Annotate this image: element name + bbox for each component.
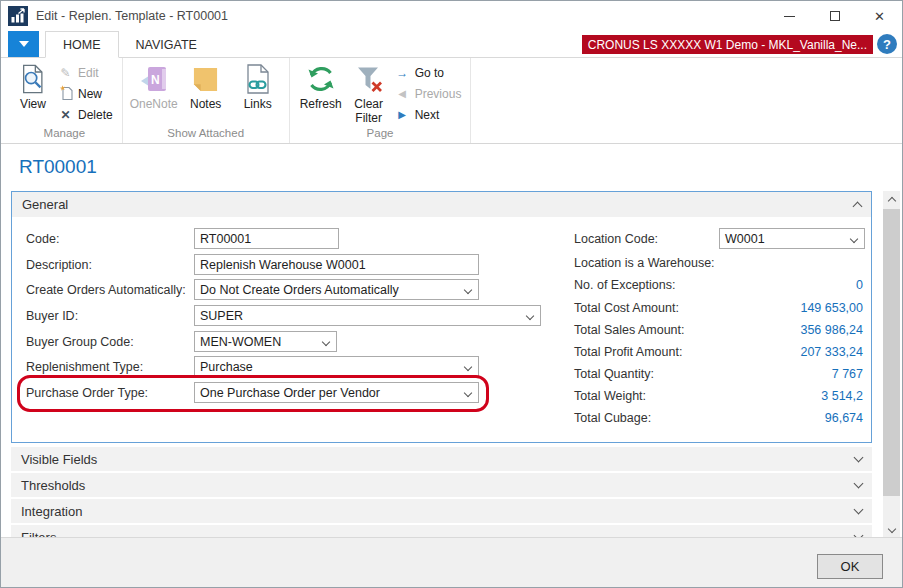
delete-button[interactable]: ✕ Delete [54,106,117,123]
general-header-label: General [22,197,68,212]
total-cost-label: Total Cost Amount: [574,301,679,315]
clear-filter-button[interactable]: Clear Filter [347,58,391,126]
warehouse-label: Location is a Warehouse: [574,256,715,270]
chevron-down-icon [322,338,330,346]
buyer-group-select[interactable]: MEN-WOMEN [194,331,337,352]
chevron-down-icon [464,363,472,371]
maximize-button[interactable] [812,1,857,31]
new-page-icon [58,85,73,102]
bottom-bar: OK [1,537,902,588]
arrow-right-icon: → [395,67,410,79]
delete-x-icon: ✕ [58,109,73,121]
app-menu-button[interactable] [8,31,39,57]
new-button[interactable]: New [54,85,117,102]
general-section-header[interactable]: General [12,192,871,217]
exceptions-value[interactable]: 0 [856,278,863,292]
exceptions-label: No. of Exceptions: [574,278,675,292]
total-weight-value[interactable]: 3 514,2 [821,389,863,403]
company-badge[interactable]: CRONUS LS XXXXX W1 Demo - MKL_Vanilla_Ne… [582,35,873,54]
total-quantity-label: Total Quantity: [574,367,654,381]
app-window: Edit - Replen. Template - RT00001 ✕ HOME… [0,0,903,588]
chevron-down-icon[interactable] [854,452,864,462]
code-input[interactable]: RT00001 [194,228,339,249]
question-icon: ? [883,37,891,52]
purchase-order-type-select[interactable]: One Purchase Order per Vendor [194,382,479,403]
pencil-icon: ✎ [58,67,73,79]
title-bar: Edit - Replen. Template - RT00001 ✕ [1,1,902,31]
chevron-down-icon [850,235,858,243]
buyer-group-label: Buyer Group Code: [26,335,134,349]
goto-button[interactable]: → Go to [391,64,466,81]
close-button[interactable]: ✕ [857,1,902,31]
collapse-chevron-up-icon[interactable] [853,202,863,212]
chevron-down-icon [526,312,534,320]
view-label: View [20,98,46,112]
help-button[interactable]: ? [877,34,897,54]
fasttab-thresholds[interactable]: Thresholds [11,473,872,497]
clear-filter-funnel-icon [354,61,384,97]
buyer-id-label: Buyer ID: [26,309,78,323]
edit-button: ✎ Edit [54,64,117,81]
manage-small-buttons: ✎ Edit New ✕ Delet [54,58,117,123]
chevron-down-icon[interactable] [854,478,864,488]
description-input[interactable]: Replenish Warehouse W0001 [194,254,479,275]
tab-navigate[interactable]: NAVIGATE [119,31,214,58]
links-chain-icon [245,61,271,97]
scrollbar-thumb[interactable] [883,209,900,496]
window-title: Edit - Replen. Template - RT00001 [36,9,228,23]
window-controls: ✕ [767,1,902,31]
refresh-icon [306,61,336,97]
ribbon-tabs: HOME NAVIGATE [45,31,214,58]
total-profit-label: Total Profit Amount: [574,345,682,359]
location-code-select[interactable]: W0001 [719,228,865,249]
total-sales-value[interactable]: 356 986,24 [800,323,863,337]
tab-home[interactable]: HOME [45,31,119,58]
scroll-up-button[interactable] [883,191,900,208]
show-attached-group-label: Show Attached [128,126,284,139]
refresh-button[interactable]: Refresh [295,58,347,112]
total-weight-label: Total Weight: [574,389,646,403]
buyer-id-select[interactable]: SUPER [194,305,541,326]
sticky-note-icon [192,61,219,97]
notes-button[interactable]: Notes [180,58,232,112]
ribbon: View ✎ Edit New [1,58,902,144]
fasttab-integration[interactable]: Integration [11,499,872,523]
ribbon-tab-row: HOME NAVIGATE CRONUS LS XXXXX W1 Demo - … [1,31,902,58]
view-button[interactable]: View [12,58,54,112]
close-icon: ✕ [874,10,885,23]
nav-app-icon [8,6,28,26]
minimize-button[interactable] [767,1,812,31]
chevron-down-icon[interactable] [854,504,864,514]
next-button[interactable]: ▶ Next [391,106,466,123]
code-label: Code: [26,232,59,246]
total-cubage-value[interactable]: 96,674 [825,411,863,425]
links-button[interactable]: Links [232,58,284,112]
page-title: RT00001 [19,156,97,178]
page-group-label: Page [295,126,466,139]
triangle-left-icon: ◀ [395,89,410,99]
replenishment-type-label: Replenishment Type: [26,360,143,374]
view-document-magnifier-icon [19,61,47,97]
ribbon-group-manage: View ✎ Edit New [7,58,123,143]
total-cost-value[interactable]: 149 653,00 [800,301,863,315]
chevron-down-icon [464,389,472,397]
ok-button[interactable]: OK [817,554,883,579]
purchase-order-type-label: Purchase Order Type: [26,386,148,400]
total-profit-value[interactable]: 207 333,24 [800,345,863,359]
description-label: Description: [26,258,92,272]
replenishment-type-select[interactable]: Purchase [194,356,479,377]
page-small-buttons: → Go to ◀ Previous ▶ Next [391,58,466,123]
total-quantity-value[interactable]: 7 767 [832,367,863,381]
fasttab-visible-fields[interactable]: Visible Fields [11,447,872,471]
location-code-label: Location Code: [574,232,658,246]
vertical-scrollbar [883,191,900,539]
total-sales-label: Total Sales Amount: [574,323,684,337]
create-orders-label: Create Orders Automatically: [26,283,186,297]
create-orders-select[interactable]: Do Not Create Orders Automatically [194,279,479,300]
total-cubage-label: Total Cubage: [574,411,651,425]
chevron-down-icon [464,286,472,294]
fasttab-general: General Code: RT00001 Description: Reple… [11,191,872,443]
onenote-button: N OneNote [128,58,180,112]
onenote-icon: N [139,61,169,97]
manage-group-label: Manage [12,126,117,139]
